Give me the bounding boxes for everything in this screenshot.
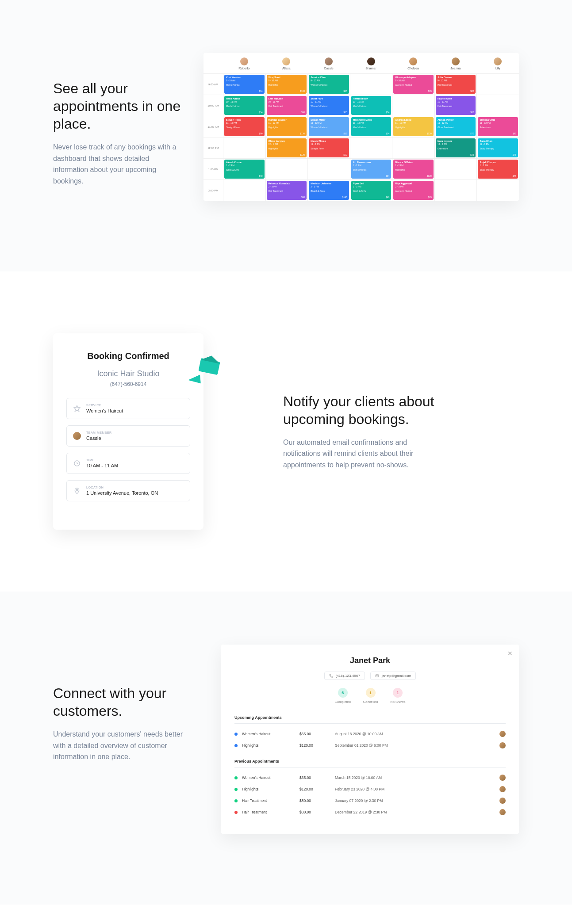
row-price: $80.00 xyxy=(299,810,335,814)
section-text: See all your appointments in one place. … xyxy=(53,53,186,187)
appointment-client: Rachel Allen xyxy=(438,97,474,100)
appointment-card[interactable]: Megan Miller 11 - 12 PM Women's Haircut … xyxy=(309,117,349,136)
appointment-card[interactable]: Anjali Chopra 1 - 2 PM Scalp Therapy $75 xyxy=(478,160,518,179)
appointment-card[interactable]: Erin McClain 10 - 11 AM Hair Treatment $… xyxy=(267,96,307,115)
appointment-card[interactable]: Martine Saucier 11 - 12 PM Highlights $1… xyxy=(267,117,307,136)
appointment-card[interactable]: Ari Zimmerman 1 - 2 PM Men's Haircut $34 xyxy=(351,160,392,179)
avatar xyxy=(499,786,506,792)
grid-cell xyxy=(392,137,434,158)
appointment-client: Kurt Weston xyxy=(226,76,263,79)
appointment-card[interactable]: Madison Johnson 2 - 3 PM Bleach & Tone $… xyxy=(309,181,349,200)
avatar xyxy=(499,742,506,748)
grid-cell: Kurt Weston 9 - 10 AM Men's Haircut $34 xyxy=(223,73,265,95)
field-label: LOCATION xyxy=(86,486,158,489)
appointment-card[interactable]: Marshawn Davis 11 - 12 PM Men's Haircut … xyxy=(351,117,392,136)
appointment-card[interactable]: Sana Khan 12 - 1 PM Scalp Therapy $75 xyxy=(478,138,518,157)
stat-label: Completed xyxy=(335,700,351,704)
row-date: February 23 2020 @ 4:00 PM xyxy=(335,787,499,791)
row-service: Highlights xyxy=(242,743,299,748)
appointment-time: 12 - 1 PM xyxy=(438,143,474,145)
appointment-service: Hair Treatment xyxy=(438,105,474,107)
email-value: janetp@gmail.com xyxy=(382,674,411,678)
divider xyxy=(234,767,506,767)
time-label: 11:00 AM xyxy=(203,116,223,137)
grid-cell: Anjali Chopra 1 - 2 PM Scalp Therapy $75 xyxy=(477,158,519,179)
appointment-card[interactable]: Rachel Allen 10 - 11 AM Hair Treatment $… xyxy=(436,96,476,115)
grid-cell xyxy=(435,179,477,201)
field-service: SERVICE Women's Haircut xyxy=(66,398,190,419)
grid-cell xyxy=(477,95,519,116)
appointment-time: 2 - 3 PM xyxy=(395,185,432,188)
appointment-price: $65 xyxy=(428,196,432,199)
heading: Connect with your customers. xyxy=(53,684,195,720)
appointment-card[interactable]: Andrea Lopez 11 - 12 PM Highlights $120 xyxy=(393,117,434,136)
time-column: 9:00 AM10:00 AM11:00 AM12:00 PM1:00 PM2:… xyxy=(203,73,223,201)
appointment-card[interactable]: Akash Kumar 1 - 2 PM Wash & Style $40 xyxy=(224,160,265,179)
appointment-card[interactable]: Chloe Langley 12 - 1 PM Highlights $120 xyxy=(267,138,307,157)
divider xyxy=(234,723,506,724)
appointment-card[interactable]: Nicole Flores 12 - 1 PM Straight Perm $9… xyxy=(309,138,349,157)
appointment-card[interactable]: Bianca O'Brien 1 - 2 PM Highlights $120 xyxy=(393,160,434,179)
appointment-client: Riya Aggarwal xyxy=(395,182,432,185)
close-icon[interactable]: ✕ xyxy=(507,650,513,657)
appointment-card[interactable]: Viraj Sood 9 - 10 AM Highlights $120 xyxy=(267,75,307,94)
appointment-card[interactable]: Haris Abbas 10 - 11 AM Men's Haircut $34 xyxy=(224,96,265,115)
appointment-service: Straight Perm xyxy=(311,147,347,150)
staff-column: Cassie xyxy=(307,53,350,73)
appointment-price: $80 xyxy=(301,111,305,114)
phone-pill: (416)-123-4567 xyxy=(324,672,365,680)
appointment-card[interactable]: Rebecca Gonzalez 2 - 3 PM Hair Treatment… xyxy=(267,181,307,200)
appointment-card[interactable]: Jessica Chen 9 - 10 AM Women's Haircut $… xyxy=(309,75,349,94)
field-value: 1 University Avenue, Toronto, ON xyxy=(86,490,158,496)
time-label: 10:00 AM xyxy=(203,95,223,116)
staff-name: Roberto xyxy=(238,67,250,70)
appointment-card[interactable]: Riya Aggarwal 2 - 3 PM Women's Haircut $… xyxy=(393,181,434,200)
stat-number: 6 xyxy=(338,688,348,698)
appointment-service: Men's Haircut xyxy=(226,105,263,107)
booking-title: Booking Confirmed xyxy=(66,351,190,361)
appointment-service: Men's Haircut xyxy=(353,126,390,129)
appointment-card[interactable]: Rahul Reddy 10 - 11 AM Men's Haircut $34 xyxy=(351,96,392,115)
appointment-client: Nora Ingram xyxy=(438,140,474,142)
avatar xyxy=(325,57,333,65)
avatar xyxy=(499,809,506,815)
appointment-card[interactable]: Nora Ingram 12 - 1 PM Extensions $95 xyxy=(436,138,476,157)
appointment-price: $34 xyxy=(259,111,262,114)
grid-column: Julia Cowen 9 - 10 AM Hair Treatment $80… xyxy=(434,73,477,201)
appointment-card[interactable]: Kurt Weston 9 - 10 AM Men's Haircut $34 xyxy=(224,75,265,94)
grid-cell: Andrea Lopez 11 - 12 PM Highlights $120 xyxy=(392,116,434,137)
appointment-time: 9 - 10 AM xyxy=(269,79,305,82)
mail-icon xyxy=(375,674,379,678)
appointment-client: Chloe Langley xyxy=(269,140,305,142)
appointment-client: Ari Zimmerman xyxy=(353,161,390,164)
appointment-price: $40 xyxy=(259,175,262,177)
appointment-price: $34 xyxy=(386,175,389,177)
appointment-price: $140 xyxy=(342,196,347,199)
appointment-row: Women's Haircut $65.00 August 18 2020 @ … xyxy=(234,728,506,740)
avatar xyxy=(494,57,502,65)
appointment-price: $65 xyxy=(343,132,347,135)
appointment-client: Rahul Reddy xyxy=(353,97,390,100)
appointment-card[interactable]: Olumope Adeyemi 9 - 10 AM Women's Haircu… xyxy=(393,75,434,94)
status-dot xyxy=(234,811,238,814)
stat-label: No Shows xyxy=(390,700,405,704)
appointment-time: 9 - 10 AM xyxy=(226,79,263,82)
appointment-card[interactable]: Steven Ross 11 - 12 PM Straight Perm $90 xyxy=(224,117,265,136)
appointment-card[interactable]: Janet Park 10 - 11 AM Women's Haircut $6… xyxy=(309,96,349,115)
time-label: 1:00 PM xyxy=(203,158,223,179)
email-pill: janetp@gmail.com xyxy=(370,672,416,680)
appointment-card[interactable]: Marissa Ortiz 11 - 12 PM Extensions $95 xyxy=(478,117,518,136)
time-label: 2:00 PM xyxy=(203,179,223,201)
svg-point-2 xyxy=(76,489,77,491)
section-text: Notify your clients about upcoming booki… xyxy=(283,393,438,471)
grid-cell xyxy=(308,158,350,179)
appointment-time: 11 - 12 PM xyxy=(438,122,474,124)
appointment-service: Highlights xyxy=(269,126,305,129)
appointment-client: Olumope Adeyemi xyxy=(395,76,432,79)
appointment-time: 1 - 2 PM xyxy=(480,164,516,167)
appointment-service: Scalp Therapy xyxy=(480,147,516,150)
grid-cell: Nora Ingram 12 - 1 PM Extensions $95 xyxy=(435,137,477,158)
appointment-card[interactable]: Alyssa Parker 11 - 12 PM Gloss Treatment… xyxy=(436,117,476,136)
appointment-card[interactable]: Julia Cowen 9 - 10 AM Hair Treatment $80 xyxy=(436,75,476,94)
appointment-card[interactable]: Ryan Bell 2 - 3 PM Wash & Style $40 xyxy=(351,181,392,200)
